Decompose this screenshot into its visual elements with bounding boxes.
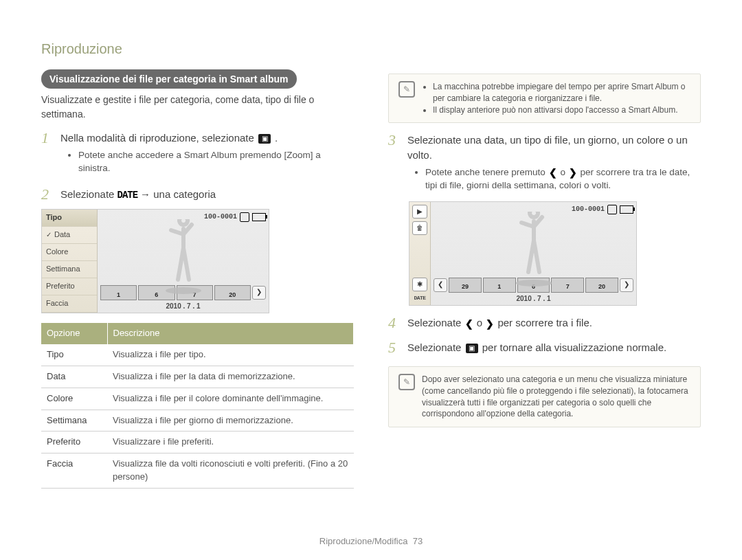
step-number: 1 [41, 131, 54, 177]
step-5: 5 Selezionate ▣ per tornare alla visuali… [388, 340, 701, 355]
cam1-status: 100-0001 [204, 212, 266, 223]
step-5-text-a: Selezionate [407, 341, 464, 353]
note-icon: ✎ [398, 81, 415, 98]
step-3: 3 Selezionate una data, un tipo di file,… [388, 133, 701, 194]
left-arrow-icon: ❮ [464, 319, 474, 328]
cam2-date: 2010 . 7 . 1 [434, 294, 633, 304]
step-1-text-a: Nella modalità di riproduzione, selezion… [60, 132, 257, 144]
trash-icon[interactable]: 🗑 [412, 221, 427, 235]
table-row: ColoreVisualizza i file per il colore do… [41, 388, 354, 410]
step-number: 2 [41, 187, 54, 202]
camera-screenshot-1: Tipo ✓Data Colore Settimana Preferito Fa… [41, 209, 269, 313]
step-3-bullet: Potete anche tenere premuto ❮ o ❯ per sc… [425, 166, 701, 192]
film-frame[interactable]: 1 [100, 285, 137, 300]
step-4-text-mid: o [477, 317, 486, 328]
cam1-side-faccia[interactable]: Faccia [42, 295, 97, 313]
svg-point-0 [166, 287, 201, 294]
check-icon: ✓ [46, 230, 52, 240]
step-4: 4 Selezionate ❮ o ❯ per scorrere tra i f… [388, 315, 701, 331]
cam1-side-data[interactable]: ✓Data [42, 227, 97, 244]
film-frame[interactable]: 29 [449, 278, 482, 293]
cam2-toolbar: ▶ 🗑 ✱ DATE [409, 202, 431, 305]
left-column: Visualizzazione dei file per categoria i… [41, 69, 354, 489]
step-4-text-b: per scorrere tra i file. [497, 317, 592, 328]
svg-point-1 [516, 280, 552, 287]
step-number: 3 [388, 133, 401, 194]
right-column: ✎ La macchina potrebbe impiegare del tem… [388, 69, 701, 489]
note-icon: ✎ [398, 374, 415, 390]
step-2-text-a: Selezionate [60, 188, 117, 200]
table-header-opzione: Opzione [41, 323, 107, 344]
cam1-side-preferito[interactable]: Preferito [42, 278, 97, 295]
date-label-icon: DATE [414, 294, 425, 302]
table-row: PreferitoVisualizzare i file preferiti. [41, 432, 354, 453]
camera-screenshot-2: ▶ 🗑 ✱ DATE 100-0001 [409, 201, 637, 306]
page-footer: Riproduzione/Modifica 73 [0, 536, 742, 546]
step-1-bullet: Potete anche accedere a Smart Album prem… [78, 148, 354, 175]
cam1-side-colore[interactable]: Colore [42, 244, 97, 261]
info2-text: Dopo aver selezionato una categoria e un… [422, 374, 690, 420]
step-5-text-b: per tornare alla visualizzazione normale… [482, 341, 666, 353]
playback-icon[interactable]: ▶ [412, 205, 427, 219]
aperture-icon[interactable]: ✱ [412, 278, 427, 291]
film-next-button[interactable]: ❯ [620, 278, 633, 292]
step-3-text: Selezionate una data, un tipo di file, u… [407, 133, 701, 163]
info1-line2: Il display anteriore può non attivarsi d… [433, 104, 690, 116]
step-2-text-b: → una categoria [140, 188, 216, 200]
left-arrow-icon: ❮ [548, 168, 558, 177]
film-frame[interactable]: 7 [551, 278, 584, 293]
cam1-sidebar: Tipo ✓Data Colore Settimana Preferito Fa… [42, 210, 98, 313]
step-1-text-b: . [275, 132, 278, 144]
play-mode-icon: ▣ [466, 344, 478, 353]
film-frame[interactable]: 20 [214, 285, 251, 300]
play-mode-icon: ▣ [258, 134, 271, 144]
step-4-text-a: Selezionate [407, 317, 464, 328]
info1-line1: La macchina potrebbe impiegare del tempo… [433, 81, 690, 104]
table-row: DataVisualizza i file per la data di mem… [41, 366, 354, 388]
right-arrow-icon: ❯ [485, 319, 495, 328]
right-arrow-icon: ❯ [568, 168, 578, 177]
options-table: Opzione Descrizione TipoVisualizza i fil… [41, 323, 354, 489]
table-header-descrizione: Descrizione [107, 323, 354, 344]
film-frame[interactable]: 20 [585, 278, 618, 293]
section-title: Riproduzione [41, 41, 701, 57]
info-box-top: ✎ La macchina potrebbe impiegare del tem… [388, 74, 701, 123]
film-next-button[interactable]: ❯ [252, 286, 266, 300]
cam2-status: 100-0001 [572, 205, 633, 215]
cam1-side-tipo[interactable]: Tipo [42, 210, 97, 227]
info-box-bottom: ✎ Dopo aver selezionato una categoria e … [388, 366, 701, 427]
step-number: 5 [388, 340, 401, 355]
table-row: SettimanaVisualizza i file per giorno di… [41, 410, 354, 432]
cam1-date: 2010 . 7 . 1 [100, 302, 266, 312]
subsection-pill: Visualizzazione dei file per categoria i… [41, 69, 297, 89]
cam1-side-settimana[interactable]: Settimana [42, 261, 97, 278]
step-1: 1 Nella modalità di riproduzione, selezi… [41, 131, 354, 177]
table-row: TipoVisualizza i file per tipo. [41, 344, 354, 366]
date-glyph-icon: DATE [117, 190, 138, 201]
intro-text: Visualizzate e gestite i file per catego… [41, 93, 354, 121]
film-frame[interactable]: 1 [483, 278, 516, 293]
step-number: 4 [388, 315, 401, 331]
person-silhouette-icon [513, 212, 554, 287]
film-prev-button[interactable]: ❮ [434, 278, 447, 292]
person-silhouette-icon [163, 219, 204, 295]
table-row: FacciaVisualizza file da volti riconosci… [41, 453, 354, 489]
step-2: 2 Selezionate DATE → una categoria [41, 187, 354, 202]
